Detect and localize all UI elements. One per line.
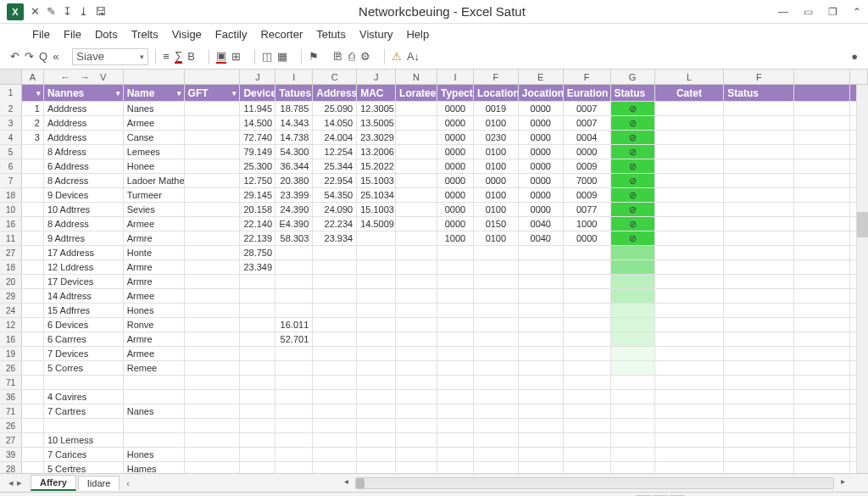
col-header[interactable] bbox=[850, 70, 868, 84]
cell[interactable] bbox=[275, 419, 313, 432]
cell[interactable]: 0000 bbox=[437, 217, 474, 231]
cell[interactable]: 0000 bbox=[437, 188, 474, 202]
cell[interactable] bbox=[22, 419, 44, 432]
cell[interactable] bbox=[794, 433, 850, 447]
cell[interactable] bbox=[474, 304, 519, 317]
cell[interactable] bbox=[396, 188, 437, 202]
sheet-nav[interactable]: ◂▸ bbox=[0, 477, 31, 488]
cell[interactable]: 0000 bbox=[437, 145, 474, 159]
cell[interactable] bbox=[22, 390, 44, 404]
status-cell[interactable]: ⊘ bbox=[611, 231, 655, 245]
cell[interactable] bbox=[22, 231, 44, 245]
col-header[interactable]: G bbox=[611, 70, 655, 84]
cell[interactable] bbox=[240, 390, 275, 404]
row-header[interactable]: 18 bbox=[0, 188, 22, 202]
row-header[interactable]: 26 bbox=[0, 361, 22, 375]
cell[interactable]: 10 Lerness bbox=[44, 433, 124, 447]
cell[interactable]: 4 Cavires bbox=[44, 390, 124, 404]
cell[interactable]: Ladoer Mathet bbox=[124, 174, 185, 187]
cell[interactable] bbox=[519, 390, 564, 404]
cell[interactable] bbox=[22, 217, 44, 231]
cell[interactable]: 24.004 bbox=[313, 131, 357, 144]
col-header[interactable]: A bbox=[22, 70, 44, 84]
cell[interactable] bbox=[396, 419, 437, 432]
cell[interactable] bbox=[564, 347, 611, 360]
cell[interactable] bbox=[794, 390, 850, 404]
cell[interactable]: 25.090 bbox=[313, 102, 357, 115]
cell[interactable] bbox=[794, 159, 850, 173]
cell[interactable] bbox=[655, 318, 725, 332]
cell[interactable] bbox=[655, 433, 725, 447]
row-header[interactable]: 3 bbox=[0, 116, 22, 130]
cell[interactable] bbox=[564, 246, 611, 259]
cell[interactable]: Ronve bbox=[124, 318, 185, 332]
cell[interactable] bbox=[22, 318, 44, 332]
cell[interactable]: 18.785 bbox=[275, 102, 313, 115]
cell[interactable] bbox=[519, 433, 564, 447]
cell[interactable]: Sevies bbox=[124, 203, 185, 216]
header-cell[interactable]: Typect bbox=[437, 85, 474, 101]
cell[interactable] bbox=[313, 289, 357, 303]
settings-icon[interactable]: ⚙ bbox=[360, 50, 370, 63]
cell[interactable] bbox=[313, 361, 357, 375]
cell[interactable] bbox=[794, 246, 850, 259]
cell[interactable]: Armee bbox=[124, 217, 185, 231]
cell[interactable] bbox=[437, 419, 474, 432]
cell[interactable] bbox=[240, 347, 275, 360]
cell[interactable]: Armre bbox=[124, 231, 185, 245]
user-icon[interactable]: ● bbox=[851, 50, 858, 63]
cell[interactable] bbox=[275, 448, 313, 461]
cell[interactable] bbox=[313, 332, 357, 346]
cell[interactable] bbox=[313, 260, 357, 274]
header-cell[interactable]: MAC bbox=[357, 85, 396, 101]
cell[interactable] bbox=[437, 404, 474, 418]
cell[interactable]: 52.701 bbox=[275, 332, 313, 346]
cell[interactable]: 36.344 bbox=[275, 159, 313, 173]
row-header[interactable]: 1 bbox=[0, 85, 22, 102]
cell[interactable] bbox=[474, 462, 519, 473]
cell[interactable]: 0100 bbox=[474, 159, 519, 173]
menu-item[interactable]: Factily bbox=[215, 28, 248, 41]
cell[interactable] bbox=[724, 390, 794, 404]
cell[interactable]: 0100 bbox=[474, 145, 519, 159]
cell[interactable] bbox=[794, 289, 850, 303]
header-cell[interactable]: Tatues bbox=[275, 85, 313, 101]
header-cell[interactable]: Location bbox=[474, 85, 519, 101]
cell[interactable] bbox=[22, 404, 44, 418]
cell[interactable]: 24.390 bbox=[275, 203, 313, 216]
cell[interactable]: 12.3005 bbox=[357, 102, 396, 115]
cell[interactable] bbox=[275, 361, 313, 375]
status-cell[interactable] bbox=[611, 260, 655, 274]
cell[interactable]: 0000 bbox=[519, 188, 564, 202]
cell[interactable]: Armee bbox=[124, 289, 185, 303]
cell[interactable] bbox=[185, 332, 241, 346]
cell[interactable]: 6 Address bbox=[44, 159, 124, 173]
cell[interactable] bbox=[357, 376, 396, 389]
cell[interactable] bbox=[396, 217, 437, 231]
cell[interactable]: E4.390 bbox=[275, 217, 313, 231]
header-cell[interactable]: Status bbox=[724, 85, 794, 101]
row-header[interactable]: 16 bbox=[0, 217, 22, 231]
cell[interactable] bbox=[474, 390, 519, 404]
cell[interactable]: 0000 bbox=[519, 159, 564, 173]
row-header[interactable]: 26 bbox=[0, 419, 22, 432]
menu-item[interactable]: File bbox=[32, 28, 50, 41]
cell[interactable]: 14.050 bbox=[313, 116, 357, 130]
row-header[interactable]: 7 bbox=[0, 174, 22, 187]
status-cell[interactable]: ⊘ bbox=[611, 145, 655, 159]
format-icon[interactable]: ⊞ bbox=[231, 50, 241, 63]
cell[interactable]: 54.300 bbox=[275, 145, 313, 159]
cell[interactable] bbox=[474, 289, 519, 303]
cell[interactable]: 0000 bbox=[437, 159, 474, 173]
cell[interactable] bbox=[724, 102, 794, 115]
cell[interactable]: Adddress bbox=[44, 116, 124, 130]
cell[interactable] bbox=[313, 304, 357, 317]
cell[interactable]: 0000 bbox=[437, 116, 474, 130]
header-cell[interactable]: Device bbox=[240, 85, 275, 101]
cell[interactable] bbox=[275, 376, 313, 389]
cell[interactable] bbox=[794, 361, 850, 375]
cell[interactable] bbox=[519, 448, 564, 461]
arrow-icon[interactable]: ↧ bbox=[63, 5, 72, 18]
cell[interactable] bbox=[724, 376, 794, 389]
back-icon[interactable]: « bbox=[53, 50, 58, 63]
